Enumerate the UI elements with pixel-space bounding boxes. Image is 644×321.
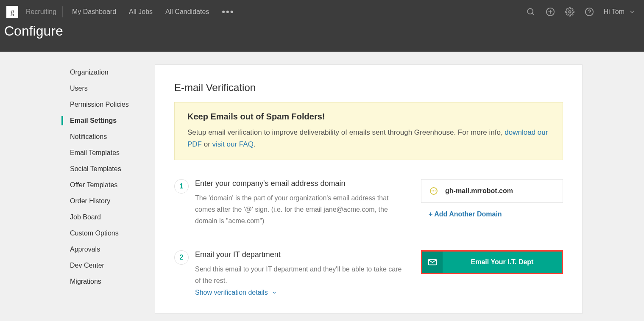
help-icon[interactable] <box>584 7 594 17</box>
sidebar-item-migrations[interactable]: Migrations <box>61 274 142 290</box>
panel-title: E-mail Verification <box>174 82 563 94</box>
sidebar-item-custom-options[interactable]: Custom Options <box>61 225 142 241</box>
step-number-badge: 2 <box>174 250 189 265</box>
add-icon[interactable] <box>545 7 555 17</box>
step-content: Enter your company's email address domai… <box>195 179 415 227</box>
user-greeting-text: Hi Tom <box>604 8 625 16</box>
chevron-down-icon <box>629 8 636 15</box>
sidebar-item-organization[interactable]: Organization <box>61 64 142 80</box>
user-menu[interactable]: Hi Tom <box>604 8 636 16</box>
nav-all-jobs[interactable]: All Jobs <box>129 8 153 16</box>
page-body: Organization Users Permission Policies E… <box>0 52 644 314</box>
sidebar-item-order-history[interactable]: Order History <box>61 193 142 209</box>
step-title: Email your IT department <box>195 250 406 259</box>
step-side: ••• gh-mail.mrrobot.com + Add Another Do… <box>421 179 563 218</box>
step-1: 1 Enter your company's email address dom… <box>174 179 563 227</box>
alert-spam: Keep Emails out of Spam Folders! Setup e… <box>174 102 563 160</box>
divider <box>62 6 63 17</box>
topbar: g Recruiting My Dashboard All Jobs All C… <box>0 0 644 23</box>
domain-name: gh-mail.mrrobot.com <box>445 187 513 195</box>
sidebar-item-users[interactable]: Users <box>61 80 142 97</box>
sidebar-item-email-templates[interactable]: Email Templates <box>61 145 142 161</box>
cta-label: Email Your I.T. Dept <box>443 252 562 273</box>
sidebar-item-notifications[interactable]: Notifications <box>61 129 142 145</box>
step-title: Enter your company's email address domai… <box>195 179 406 188</box>
chevron-down-icon <box>271 290 277 296</box>
add-domain-link[interactable]: + Add Another Domain <box>421 210 563 218</box>
topbar-left: g Recruiting My Dashboard All Jobs All C… <box>6 6 234 18</box>
svg-line-1 <box>532 13 534 15</box>
sidebar-item-offer-templates[interactable]: Offer Templates <box>61 177 142 193</box>
alert-text-suffix: . <box>254 140 256 148</box>
sidebar: Organization Users Permission Policies E… <box>61 64 142 290</box>
sidebar-item-email-settings[interactable]: Email Settings <box>61 113 142 129</box>
sidebar-item-social-templates[interactable]: Social Templates <box>61 161 142 177</box>
nav-all-candidates[interactable]: All Candidates <box>165 8 209 16</box>
nav-more-icon[interactable]: ••• <box>222 7 234 17</box>
alert-link-faq[interactable]: visit our FAQ <box>212 140 254 148</box>
search-icon[interactable] <box>526 7 536 17</box>
show-verification-details-link[interactable]: Show verification details <box>195 289 277 296</box>
sidebar-item-approvals[interactable]: Approvals <box>61 241 142 257</box>
gear-icon[interactable] <box>565 7 575 17</box>
svg-point-0 <box>527 8 533 14</box>
topbar-right: Hi Tom <box>526 7 638 17</box>
subheader: Configure <box>0 23 644 52</box>
mail-icon <box>422 252 443 273</box>
step-description: Send this email to your IT department an… <box>195 263 406 286</box>
main-panel: E-mail Verification Keep Emails out of S… <box>155 64 583 314</box>
logo[interactable]: g <box>6 6 18 18</box>
step-2: 2 Email your IT department Send this ema… <box>174 250 563 296</box>
product-label: Recruiting <box>26 8 56 16</box>
step-side: Email Your I.T. Dept <box>421 250 563 274</box>
alert-text-prefix: Setup email verification to improve deli… <box>187 128 505 136</box>
logo-glyph: g <box>11 8 14 16</box>
alert-text: Setup email verification to improve deli… <box>187 127 550 150</box>
svg-point-5 <box>569 11 571 13</box>
email-it-dept-button[interactable]: Email Your I.T. Dept <box>421 250 563 274</box>
sidebar-item-job-board[interactable]: Job Board <box>61 209 142 225</box>
sidebar-item-permission-policies[interactable]: Permission Policies <box>61 97 142 113</box>
step-link-text: Show verification details <box>195 289 268 296</box>
alert-text-joiner: or <box>202 140 212 148</box>
step-number-badge: 1 <box>174 179 189 194</box>
domain-card[interactable]: ••• gh-mail.mrrobot.com <box>421 179 563 203</box>
pending-icon: ••• <box>430 187 438 195</box>
alert-heading: Keep Emails out of Spam Folders! <box>187 112 550 122</box>
nav-my-dashboard[interactable]: My Dashboard <box>72 8 116 16</box>
step-description: The 'domain' is the part of your organiz… <box>195 192 406 227</box>
sidebar-item-dev-center[interactable]: Dev Center <box>61 257 142 274</box>
page-title: Configure <box>4 23 640 39</box>
step-content: Email your IT department Send this email… <box>195 250 415 296</box>
